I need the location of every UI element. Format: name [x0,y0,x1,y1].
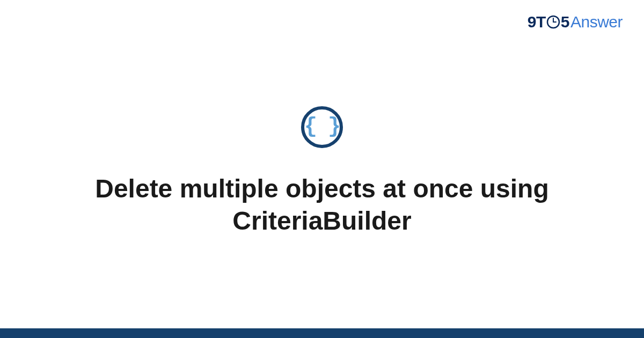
footer-accent-bar [0,328,644,338]
main-content: { } Delete multiple objects at once usin… [0,0,644,338]
topic-icon-circle: { } [301,106,343,148]
page-title: Delete multiple objects at once using Cr… [80,173,564,237]
code-braces-icon: { } [304,116,340,138]
